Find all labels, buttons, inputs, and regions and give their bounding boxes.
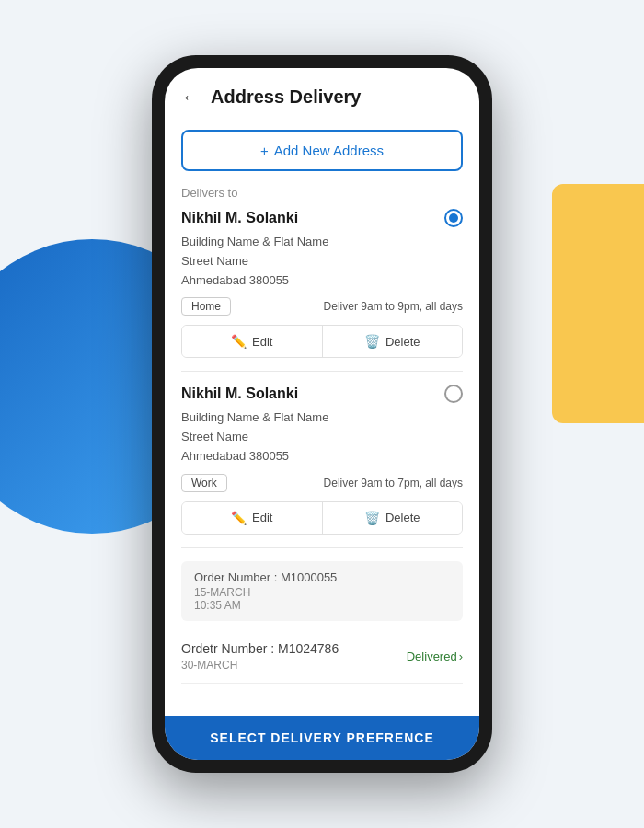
select-delivery-button[interactable]: SELECT DELIVERY PREFRENCE <box>165 716 479 760</box>
partial-order-card: Order Number : M1000055 15-MARCH 10:35 A… <box>181 561 463 621</box>
address-1-delete-button[interactable]: 🗑️ Delete <box>323 326 463 357</box>
address-1-name: Nikhil M. Solanki <box>181 210 298 226</box>
address-card-2: Nikhil M. Solanki Building Name & Flat N… <box>181 385 463 547</box>
address-1-street: Street Name <box>181 252 463 271</box>
address-2-name: Nikhil M. Solanki <box>181 385 298 402</box>
order-2-number: Ordetr Number : M1024786 <box>181 641 339 656</box>
address-2-delivery-time: Deliver 9am to 7pm, all days <box>324 477 463 489</box>
order-2-status[interactable]: Delivered › <box>407 650 463 663</box>
address-2-edit-button[interactable]: ✏️ Edit <box>182 502 323 534</box>
phone-shell: ← Address Delivery + Add New Address Del… <box>152 55 492 773</box>
address-2-actions: ✏️ Edit 🗑️ Delete <box>181 501 463 535</box>
bg-yellow-rect <box>552 184 644 423</box>
address-1-delete-label: Delete <box>385 335 420 349</box>
address-2-tag: Work <box>181 474 227 492</box>
partial-order-number: Order Number : M1000055 <box>194 570 450 584</box>
delivers-to-label: Delivers to <box>181 186 463 200</box>
address-2-meta: Work Deliver 9am to 7pm, all days <box>181 474 463 492</box>
address-1-delivery-time: Deliver 9am to 9pm, all days <box>324 300 463 313</box>
address-2-edit-label: Edit <box>252 511 272 524</box>
address-1-tag: Home <box>181 297 231 316</box>
screen-content: + Add New Address Delivers to Nikhil M. … <box>165 119 479 716</box>
address-1-building: Building Name & Flat Name <box>181 233 463 252</box>
back-button[interactable]: ← <box>181 86 200 108</box>
order-2-date: 30-MARCH <box>181 659 339 672</box>
delete-icon-2: 🗑️ <box>364 511 380 525</box>
address-2-building: Building Name & Flat Name <box>181 408 463 428</box>
order-row-2[interactable]: Ordetr Number : M1024786 30-MARCH Delive… <box>181 630 463 684</box>
page-title: Address Delivery <box>211 86 361 108</box>
address-2-delete-label: Delete <box>385 511 420 524</box>
address-card-1: Nikhil M. Solanki Building Name & Flat N… <box>181 209 463 372</box>
add-icon: + <box>260 143 269 158</box>
address-2-street: Street Name <box>181 428 463 447</box>
add-address-label: Add New Address <box>274 143 384 158</box>
delete-icon: 🗑️ <box>364 334 380 349</box>
partial-order-date: 15-MARCH 10:35 AM <box>194 586 450 612</box>
address-1-meta: Home Deliver 9am to 9pm, all days <box>181 297 463 316</box>
edit-icon-2: ✏️ <box>231 511 247 525</box>
address-card-1-header: Nikhil M. Solanki <box>181 209 463 227</box>
screen-header: ← Address Delivery <box>165 68 479 119</box>
address-2-radio[interactable] <box>444 385 463 403</box>
phone-screen: ← Address Delivery + Add New Address Del… <box>165 68 479 760</box>
address-1-edit-label: Edit <box>252 335 272 349</box>
address-1-edit-button[interactable]: ✏️ Edit <box>182 326 323 357</box>
address-2-city: Ahmedabad 380055 <box>181 447 463 466</box>
address-1-city: Ahmedabad 380055 <box>181 271 463 291</box>
address-1-actions: ✏️ Edit 🗑️ Delete <box>181 325 463 358</box>
screen-footer: SELECT DELIVERY PREFRENCE <box>165 716 479 760</box>
edit-icon: ✏️ <box>231 334 247 349</box>
order-row-2-info: Ordetr Number : M1024786 30-MARCH <box>181 641 339 672</box>
order-section: Order Number : M1000055 15-MARCH 10:35 A… <box>181 561 463 684</box>
address-2-delete-button[interactable]: 🗑️ Delete <box>323 502 463 534</box>
add-address-button[interactable]: + Add New Address <box>181 130 463 171</box>
address-1-radio[interactable] <box>444 209 463 227</box>
address-card-2-header: Nikhil M. Solanki <box>181 385 463 403</box>
